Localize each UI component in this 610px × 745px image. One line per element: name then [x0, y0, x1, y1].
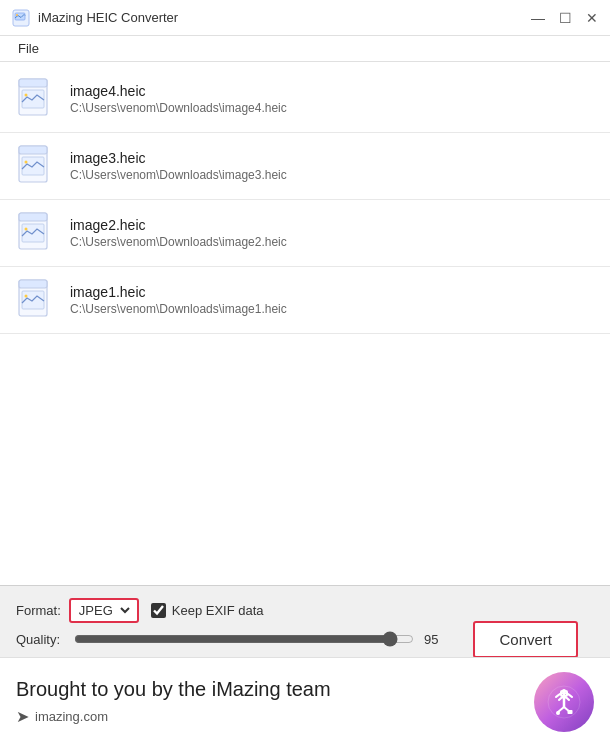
quality-label: Quality: [16, 632, 66, 647]
file-item[interactable]: image3.heic C:\Users\venom\Downloads\ima… [0, 133, 610, 200]
keep-exif-label: Keep EXIF data [172, 603, 264, 618]
file-info: image3.heic C:\Users\venom\Downloads\ima… [70, 150, 287, 182]
file-icon [16, 279, 58, 321]
file-path: C:\Users\venom\Downloads\image3.heic [70, 168, 287, 182]
imazing-link[interactable]: imazing.com [35, 709, 108, 724]
svg-point-23 [556, 711, 560, 715]
file-path: C:\Users\venom\Downloads\image1.heic [70, 302, 287, 316]
menu-bar: File [0, 36, 610, 62]
close-button[interactable]: ✕ [586, 11, 598, 25]
footer: Brought to you by the iMazing team ➤ ima… [0, 657, 610, 745]
svg-rect-4 [19, 79, 47, 87]
window-title: iMazing HEIC Converter [38, 10, 531, 25]
file-item[interactable]: image1.heic C:\Users\venom\Downloads\ima… [0, 267, 610, 334]
file-info: image1.heic C:\Users\venom\Downloads\ima… [70, 284, 287, 316]
file-list: image4.heic C:\Users\venom\Downloads\ima… [0, 62, 610, 585]
svg-rect-12 [19, 213, 47, 221]
file-name: image3.heic [70, 150, 287, 166]
convert-button[interactable]: Convert [473, 621, 578, 658]
footer-tagline: Brought to you by the iMazing team [16, 678, 331, 701]
keep-exif-checkbox[interactable] [151, 603, 166, 618]
file-icon [16, 78, 58, 120]
quality-slider[interactable] [74, 631, 414, 647]
minimize-button[interactable]: — [531, 11, 545, 25]
keep-exif-wrapper: Keep EXIF data [151, 603, 264, 618]
format-label: Format: [16, 603, 61, 618]
file-info: image2.heic C:\Users\venom\Downloads\ima… [70, 217, 287, 249]
svg-point-6 [25, 94, 28, 97]
footer-left: Brought to you by the iMazing team ➤ ima… [16, 678, 331, 726]
svg-rect-24 [568, 710, 573, 714]
file-icon [16, 145, 58, 187]
quality-convert-row: Quality: 95 Convert [16, 631, 594, 647]
bottom-panel: Format: JPEG PNG TIFF Keep EXIF data Qua… [0, 585, 610, 657]
svg-point-18 [25, 295, 28, 298]
title-bar: iMazing HEIC Converter — ☐ ✕ [0, 0, 610, 36]
file-path: C:\Users\venom\Downloads\image4.heic [70, 101, 287, 115]
file-path: C:\Users\venom\Downloads\image2.heic [70, 235, 287, 249]
imazing-logo [534, 672, 594, 732]
file-menu[interactable]: File [12, 39, 45, 58]
file-icon [16, 212, 58, 254]
quality-value: 95 [424, 632, 449, 647]
arrow-circle-icon: ➤ [16, 707, 29, 726]
file-name: image1.heic [70, 284, 287, 300]
footer-link-row: ➤ imazing.com [16, 707, 331, 726]
window-controls: — ☐ ✕ [531, 11, 598, 25]
svg-rect-16 [19, 280, 47, 288]
format-row: Format: JPEG PNG TIFF Keep EXIF data [16, 598, 594, 623]
file-name: image2.heic [70, 217, 287, 233]
file-name: image4.heic [70, 83, 287, 99]
svg-rect-8 [19, 146, 47, 154]
svg-point-14 [25, 228, 28, 231]
file-item[interactable]: image4.heic C:\Users\venom\Downloads\ima… [0, 66, 610, 133]
format-select[interactable]: JPEG PNG TIFF [75, 602, 133, 619]
maximize-button[interactable]: ☐ [559, 11, 572, 25]
app-icon [12, 9, 30, 27]
main-content: image4.heic C:\Users\venom\Downloads\ima… [0, 62, 610, 657]
svg-point-10 [25, 161, 28, 164]
file-item[interactable]: image2.heic C:\Users\venom\Downloads\ima… [0, 200, 610, 267]
svg-point-2 [16, 14, 18, 16]
format-select-wrapper: JPEG PNG TIFF [69, 598, 139, 623]
file-info: image4.heic C:\Users\venom\Downloads\ima… [70, 83, 287, 115]
